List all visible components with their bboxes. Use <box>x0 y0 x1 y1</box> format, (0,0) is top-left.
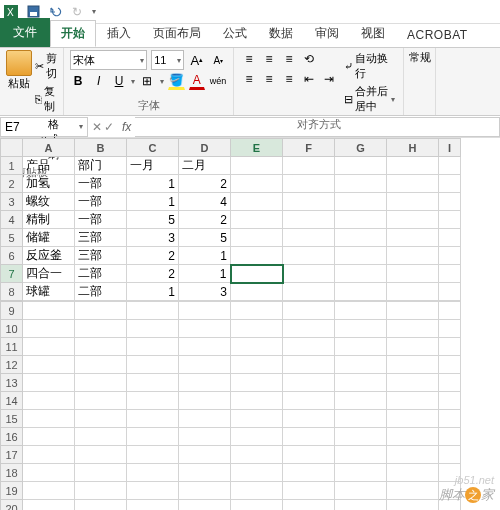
cell[interactable]: 反应釜 <box>23 247 75 265</box>
cell[interactable] <box>23 410 75 428</box>
cell[interactable] <box>283 482 335 500</box>
col-header-f[interactable]: F <box>283 139 335 157</box>
cell[interactable] <box>387 374 439 392</box>
cell[interactable] <box>283 374 335 392</box>
cell[interactable] <box>231 410 283 428</box>
col-header-h[interactable]: H <box>387 139 439 157</box>
cell[interactable] <box>283 247 335 265</box>
cell[interactable] <box>231 247 283 265</box>
cell[interactable] <box>387 338 439 356</box>
cell[interactable] <box>439 193 461 211</box>
cell[interactable] <box>335 247 387 265</box>
cell[interactable] <box>283 157 335 175</box>
cell[interactable]: 1 <box>127 193 179 211</box>
cell[interactable] <box>439 175 461 193</box>
cell[interactable]: 部门 <box>75 157 127 175</box>
cell[interactable] <box>75 500 127 511</box>
col-header-a[interactable]: A <box>23 139 75 157</box>
cell[interactable] <box>231 428 283 446</box>
cell[interactable] <box>335 157 387 175</box>
cell[interactable] <box>231 229 283 247</box>
underline-button[interactable]: U <box>111 72 127 90</box>
border-button[interactable]: ⊞ <box>139 72 155 90</box>
cell[interactable] <box>387 410 439 428</box>
cell-selected[interactable] <box>231 265 283 283</box>
row-header[interactable]: 19 <box>1 482 23 500</box>
cell[interactable] <box>127 482 179 500</box>
font-size-select[interactable]: 11▾ <box>151 50 184 70</box>
cell[interactable]: 二月 <box>179 157 231 175</box>
bold-button[interactable]: B <box>70 72 86 90</box>
cell[interactable] <box>335 175 387 193</box>
cell[interactable] <box>283 265 335 283</box>
copy-button[interactable]: ⎘复制 <box>34 83 60 115</box>
cell[interactable] <box>387 247 439 265</box>
cell[interactable] <box>75 428 127 446</box>
col-header-d[interactable]: D <box>179 139 231 157</box>
font-name-select[interactable]: 宋体▾ <box>70 50 147 70</box>
increase-indent-button[interactable]: ⇥ <box>320 70 338 88</box>
cell[interactable] <box>439 247 461 265</box>
cell[interactable]: 精制 <box>23 211 75 229</box>
cell[interactable]: 5 <box>179 229 231 247</box>
row-header[interactable]: 5 <box>1 229 23 247</box>
row-header[interactable]: 11 <box>1 338 23 356</box>
cell[interactable] <box>23 320 75 338</box>
cell[interactable] <box>23 392 75 410</box>
cell[interactable]: 三部 <box>75 247 127 265</box>
cell[interactable]: 二部 <box>75 265 127 283</box>
cell[interactable] <box>23 374 75 392</box>
cell[interactable] <box>179 392 231 410</box>
cell[interactable] <box>335 193 387 211</box>
cell[interactable] <box>231 302 283 320</box>
cell[interactable]: 二部 <box>75 283 127 301</box>
row-header[interactable]: 1 <box>1 157 23 175</box>
chevron-down-icon[interactable]: ▾ <box>160 77 164 86</box>
cell[interactable]: 四合一 <box>23 265 75 283</box>
cell[interactable] <box>283 193 335 211</box>
cut-button[interactable]: ✂剪切 <box>34 50 60 82</box>
tab-view[interactable]: 视图 <box>350 20 396 47</box>
cell[interactable]: 加氢 <box>23 175 75 193</box>
row-header[interactable]: 14 <box>1 392 23 410</box>
cell[interactable] <box>127 392 179 410</box>
cell[interactable] <box>387 464 439 482</box>
cell[interactable] <box>387 193 439 211</box>
cell[interactable] <box>231 446 283 464</box>
cell[interactable] <box>439 410 461 428</box>
cell[interactable] <box>231 392 283 410</box>
cell[interactable]: 2 <box>127 265 179 283</box>
cell[interactable]: 3 <box>179 283 231 301</box>
row-header[interactable]: 9 <box>1 302 23 320</box>
cell[interactable] <box>439 356 461 374</box>
cell[interactable] <box>75 374 127 392</box>
cell[interactable] <box>231 211 283 229</box>
number-format-select[interactable]: 常规 <box>406 50 433 65</box>
cell[interactable] <box>127 320 179 338</box>
cell[interactable] <box>387 392 439 410</box>
fx-label[interactable]: fx <box>118 120 135 134</box>
redo-icon[interactable]: ↻ <box>70 5 84 19</box>
cell[interactable] <box>335 464 387 482</box>
cell[interactable]: 1 <box>179 265 231 283</box>
cell[interactable] <box>231 283 283 301</box>
cell[interactable] <box>75 356 127 374</box>
cell[interactable]: 2 <box>179 175 231 193</box>
cell[interactable] <box>127 464 179 482</box>
cell[interactable] <box>387 482 439 500</box>
cell[interactable] <box>231 338 283 356</box>
tab-file[interactable]: 文件 <box>0 18 50 47</box>
cell[interactable] <box>283 392 335 410</box>
cell[interactable] <box>439 428 461 446</box>
cell[interactable] <box>335 302 387 320</box>
cell[interactable] <box>23 428 75 446</box>
cell[interactable] <box>179 356 231 374</box>
undo-icon[interactable] <box>48 5 62 19</box>
cell[interactable]: 1 <box>179 247 231 265</box>
cell[interactable] <box>387 302 439 320</box>
row-header[interactable]: 10 <box>1 320 23 338</box>
cell[interactable] <box>283 410 335 428</box>
cell[interactable] <box>387 229 439 247</box>
tab-layout[interactable]: 页面布局 <box>142 20 212 47</box>
cell[interactable] <box>75 338 127 356</box>
